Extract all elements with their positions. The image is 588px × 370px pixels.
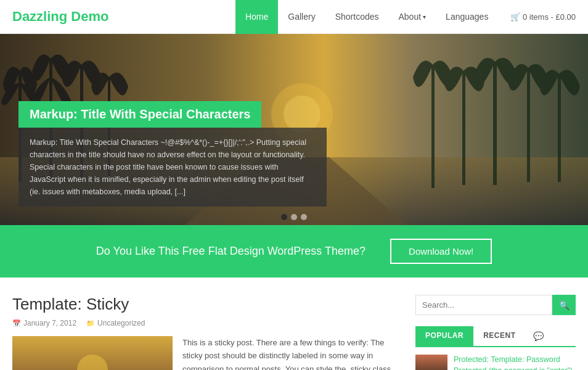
widget-link-1[interactable]: Protected: Template: Password Protected … — [454, 355, 576, 370]
svg-rect-6 — [431, 65, 435, 188]
hero-dots — [281, 214, 307, 220]
site-header: Dazzling Demo Home Gallery Shortcodes Ab… — [0, 0, 588, 34]
nav-about[interactable]: About ▾ — [389, 0, 436, 34]
hero-overlay: Markup: Title With Special Characters Ma… — [18, 101, 327, 207]
svg-rect-7 — [462, 71, 465, 185]
hero-section: Markup: Title With Special Characters Ma… — [0, 34, 588, 225]
main-nav: Home Gallery Shortcodes About ▾ Language… — [235, 0, 498, 34]
tab-popular[interactable]: POPULAR — [415, 326, 473, 346]
hero-dot-3[interactable] — [301, 214, 307, 220]
svg-rect-8 — [493, 62, 497, 185]
nav-shortcodes[interactable]: Shortcodes — [325, 0, 389, 34]
hero-title: Markup: Title With Special Characters — [30, 107, 250, 121]
cart-link[interactable]: 🛒 0 items - £0.00 — [510, 12, 576, 22]
widget-info-1: Protected: Template: Password Protected … — [454, 355, 576, 370]
cta-download-button[interactable]: Download Now! — [390, 239, 492, 264]
nav-home[interactable]: Home — [235, 0, 278, 34]
cta-text: Do You Like This Free Flat Design WordPr… — [96, 245, 365, 258]
svg-rect-20 — [415, 355, 447, 370]
hero-excerpt: Markup: Title With Special Characters ~!… — [30, 136, 316, 198]
search-widget: 🔍 — [415, 295, 576, 315]
calendar-icon: 📅 — [12, 319, 21, 327]
post-title: Template: Sticky — [12, 295, 397, 314]
hero-dot-2[interactable] — [291, 214, 297, 220]
hero-text-box: Markup: Title With Special Characters ~!… — [18, 128, 327, 207]
hero-title-box: Markup: Title With Special Characters — [18, 101, 261, 128]
list-item: Protected: Template: Password Protected … — [415, 355, 576, 370]
about-dropdown-arrow: ▾ — [423, 14, 426, 20]
svg-rect-9 — [527, 68, 530, 182]
main-area: Template: Sticky 📅 January 7, 2012 📁 Unc… — [0, 278, 588, 370]
tab-recent[interactable]: RECENT — [473, 326, 525, 346]
cta-banner: Do You Like This Free Flat Design WordPr… — [0, 225, 588, 278]
sidebar-column: 🔍 POPULAR RECENT 💬 — [415, 295, 576, 370]
search-button[interactable]: 🔍 — [552, 295, 576, 315]
post-date: 📅 January 7, 2012 — [12, 319, 76, 327]
post-meta: 📅 January 7, 2012 📁 Uncategorized — [12, 319, 397, 327]
site-title[interactable]: Dazzling Demo — [12, 9, 235, 25]
search-input[interactable] — [415, 295, 552, 315]
nav-gallery[interactable]: Gallery — [278, 0, 325, 34]
sidebar-tabs: POPULAR RECENT 💬 — [415, 326, 576, 347]
post-category: 📁 Uncategorized — [86, 319, 145, 327]
search-icon: 🔍 — [559, 300, 570, 310]
post-body: This is a sticky post. There are a few t… — [12, 336, 397, 370]
nav-languages[interactable]: Languages — [436, 0, 498, 34]
widget-thumbnail-1 — [415, 355, 447, 370]
svg-rect-10 — [558, 74, 561, 182]
hero-dot-1[interactable] — [281, 214, 287, 220]
post-thumbnail — [12, 336, 173, 370]
content-column: Template: Sticky 📅 January 7, 2012 📁 Unc… — [12, 295, 415, 370]
folder-icon: 📁 — [86, 319, 95, 327]
tab-comments-icon[interactable]: 💬 — [526, 326, 551, 346]
